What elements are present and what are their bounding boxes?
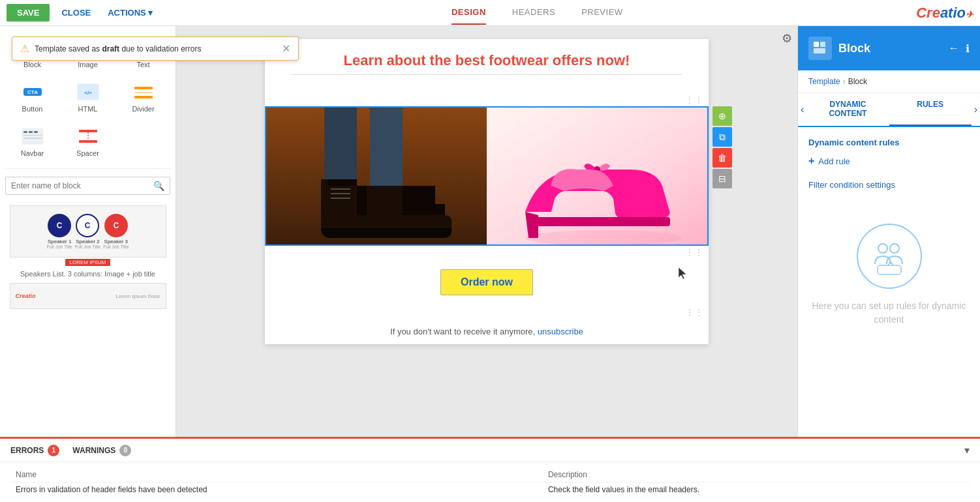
warnings-count-badge: 0 [119, 445, 131, 456]
notification-close-button[interactable]: ✕ [282, 42, 290, 55]
errors-table: Name Description Errors in validation of… [10, 467, 970, 497]
email-header-block: Learn about the best footwear offers now… [265, 39, 709, 93]
right-panel-title: Block [838, 42, 942, 55]
cta-area: Order now [265, 259, 709, 306]
placeholder-text: Here you can set up rules for dynamic co… [798, 299, 980, 327]
speaker-2-title: Full Job Title [75, 244, 100, 249]
svg-text:C: C [57, 221, 63, 230]
breadcrumb: Template › Block [798, 70, 980, 93]
cta-button[interactable]: Order now [440, 269, 533, 295]
errors-panel: ERRORS 1 WARNINGS 0 ▾ Name Description E… [0, 437, 980, 502]
header-thumbnail: Creatio Lorem Ipsum Dolor [10, 283, 166, 309]
add-rule-plus-icon: + [808, 155, 814, 167]
svg-rect-42 [878, 265, 901, 274]
tab-right-arrow[interactable]: › [974, 104, 977, 115]
move-block-button[interactable]: ⊕ [712, 106, 732, 126]
more-block-button[interactable]: ⊟ [712, 169, 732, 188]
svg-point-40 [878, 244, 887, 253]
image-label: Image [78, 61, 98, 68]
tab-left-arrow[interactable]: ‹ [801, 104, 804, 115]
svg-rect-18 [29, 131, 33, 133]
speaker-1-avatar: C [48, 214, 71, 237]
svg-rect-38 [820, 42, 825, 47]
header-block-item[interactable]: Creatio Lorem Ipsum Dolor [5, 283, 170, 309]
more-dots-3[interactable]: ⋮⋮ [265, 306, 709, 319]
divider-label: Divider [132, 105, 154, 113]
speakers-thumb-label: Speakers List. 3 columns: Image + job ti… [20, 270, 155, 278]
dynamic-content-rules-title: Dynamic content rules [808, 138, 970, 147]
close-button[interactable]: CLOSE [56, 4, 96, 22]
filter-condition-title: Filter condition settings [808, 180, 970, 190]
errors-tab[interactable]: ERRORS 1 [10, 445, 59, 456]
copy-block-button[interactable]: ⧉ [712, 127, 732, 147]
speaker-2-avatar: C [76, 214, 99, 237]
warnings-tab-label: WARNINGS [72, 446, 115, 455]
more-dots-2[interactable]: ⋮⋮ [265, 246, 709, 259]
sidebar-item-divider[interactable]: Divider [116, 76, 170, 119]
settings-gear-button[interactable]: ⚙ [782, 31, 792, 46]
tab-nav-left[interactable]: ‹ [798, 93, 806, 126]
error-description: Check the field values in the email head… [543, 482, 970, 497]
tab-dynamic-content[interactable]: DYNAMIC CONTENT [806, 93, 889, 126]
table-row: Errors in validation of header fields ha… [10, 482, 970, 497]
right-sidebar: Block ← ℹ Template › Block ‹ DYNAMIC CON… [797, 26, 980, 437]
speaker-3-avatar: C [104, 214, 128, 237]
sidebar-divider-1 [5, 168, 170, 169]
sidebar-item-navbar[interactable]: Navbar [5, 120, 59, 163]
breadcrumb-root[interactable]: Template [808, 77, 840, 86]
svg-rect-15 [134, 96, 153, 98]
sidebar-item-spacer[interactable]: Spacer [61, 120, 115, 163]
unsubscribe-link[interactable]: unsubscribe [538, 327, 583, 336]
rules-content: Dynamic content rules + Add rule Filter … [798, 127, 980, 211]
navbar-icon [20, 126, 46, 147]
collapse-errors-button[interactable]: ▾ [964, 444, 970, 456]
svg-text:C: C [85, 221, 91, 230]
right-panel-info-button[interactable]: ℹ [966, 42, 970, 55]
html-label: HTML [78, 105, 98, 113]
main-area: Block Image [0, 26, 980, 437]
sidebar-item-button[interactable]: CTA Button [5, 76, 59, 119]
warning-icon: ⚠ [20, 42, 29, 55]
tab-headers[interactable]: HEADERS [512, 1, 555, 25]
header-thumb-logo: Creatio [16, 293, 36, 299]
add-rule-button[interactable]: + Add rule [808, 155, 970, 167]
right-panel-nav-left[interactable]: ← [949, 42, 959, 54]
svg-rect-20 [23, 135, 42, 136]
delete-block-button[interactable]: 🗑 [712, 148, 732, 168]
errors-col-description: Description [543, 467, 970, 482]
save-button[interactable]: SAVE [7, 4, 50, 22]
right-shoe-image [487, 108, 707, 244]
left-shoe-image [266, 108, 487, 244]
spacer-label: Spacer [76, 149, 99, 157]
sidebar-item-html[interactable]: </> HTML [61, 76, 115, 119]
warnings-tab[interactable]: WARNINGS 0 [72, 445, 131, 456]
more-dots-1[interactable]: ⋮⋮ [265, 93, 709, 106]
tab-rules[interactable]: RULES [889, 93, 972, 126]
tab-preview[interactable]: PREVIEW [581, 1, 622, 25]
email-header-divider [291, 74, 682, 75]
svg-rect-17 [23, 131, 27, 133]
breadcrumb-separator: › [843, 77, 846, 86]
speaker-3-title: Full Job Title [103, 244, 129, 249]
tab-design[interactable]: DESIGN [452, 1, 486, 25]
block-controls: ⊕ ⧉ 🗑 ⊟ [712, 106, 732, 188]
actions-button[interactable]: ACTIONS [102, 4, 158, 22]
speakers-block-item[interactable]: C Speaker 1 Full Job Title C Speaker 2 F… [5, 205, 170, 278]
svg-rect-19 [34, 131, 38, 133]
navbar-label: Navbar [21, 149, 44, 157]
errors-col-name: Name [10, 467, 543, 482]
speaker-2-name: Speaker 2 [76, 239, 99, 244]
search-input[interactable] [11, 181, 153, 190]
search-icon: 🔍 [153, 181, 164, 191]
notification-bar: ⚠ Template saved as draft due to validat… [12, 37, 299, 61]
tab-nav-right[interactable]: › [972, 93, 980, 126]
speaker-3-name: Speaker 3 [104, 239, 128, 244]
image-block[interactable] [265, 106, 709, 246]
breadcrumb-current: Block [848, 77, 867, 86]
logo-text: Creatio✈ [916, 6, 973, 20]
spacer-icon [75, 126, 101, 147]
speaker-1-title: Full Job Title [47, 244, 72, 249]
speaker-3: C Speaker 3 Full Job Title [103, 214, 129, 249]
block-search-box[interactable]: 🔍 [5, 177, 170, 195]
unsubscribe-text: If you don't want to receive it anymore, [390, 327, 535, 336]
